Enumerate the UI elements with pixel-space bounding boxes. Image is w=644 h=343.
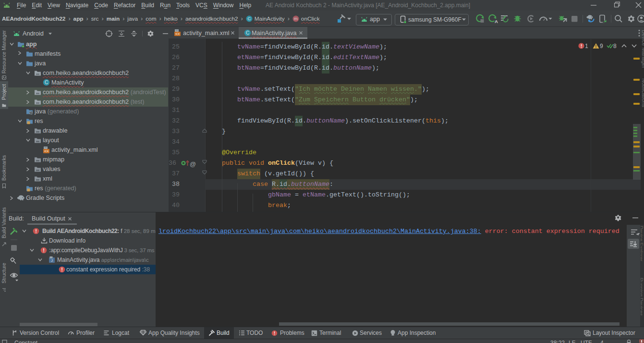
svg-text:C: C xyxy=(45,80,48,85)
svg-text:<>: <> xyxy=(175,32,180,36)
svg-text:<>: <> xyxy=(44,149,49,153)
svg-text:J: J xyxy=(51,258,53,263)
svg-text:C: C xyxy=(246,30,249,36)
svg-text:C: C xyxy=(247,16,251,21)
svg-text:A: A xyxy=(495,19,498,24)
svg-text:m: m xyxy=(294,16,298,21)
